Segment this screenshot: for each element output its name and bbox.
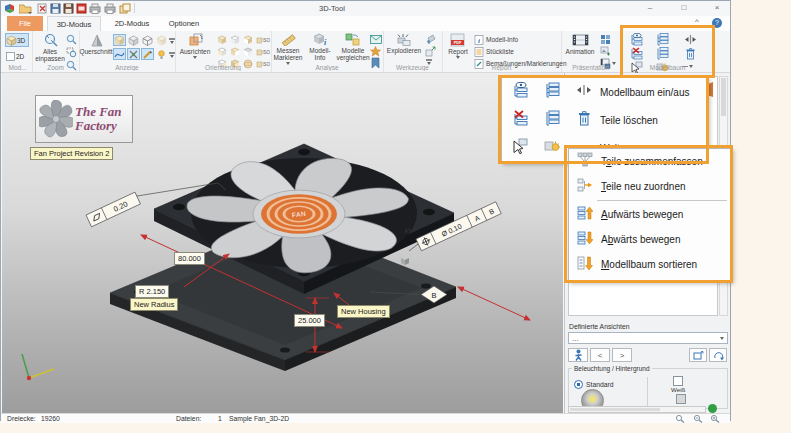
horizontal-scrollbar[interactable]	[568, 406, 706, 413]
tree-delete-icon[interactable]	[630, 47, 643, 59]
image-add-icon[interactable]	[599, 45, 612, 57]
export-pdf-icon[interactable]	[76, 3, 87, 14]
ribbon-group-anzeige: Querschnitt Anzeige	[79, 31, 176, 72]
window-grid-icon[interactable]	[599, 33, 612, 45]
save-all-icon[interactable]	[63, 3, 74, 14]
title-bar[interactable]: 3D-Tool – □ ×	[1, 1, 730, 16]
sort-tree-icon	[577, 255, 593, 275]
highlight-part-icon[interactable]	[544, 138, 560, 158]
restore-view-button[interactable]	[709, 348, 727, 362]
zoom-window-icon[interactable]	[65, 46, 78, 58]
display-transparent-icon[interactable]	[155, 34, 168, 46]
scrollbar-thumb[interactable]	[570, 408, 660, 411]
trash-icon[interactable]	[684, 47, 697, 59]
paint-bucket-icon[interactable]	[424, 33, 437, 45]
open-file-icon[interactable]	[19, 3, 32, 14]
model-info-button[interactable]: i Modell-Info	[305, 33, 335, 61]
tree-collapse-icon[interactable]	[656, 47, 669, 59]
menu-item-delete-parts[interactable]: Teile löschen	[502, 106, 707, 134]
cross-section-button[interactable]: Querschnitt	[81, 33, 111, 55]
tree-delete-icon[interactable]	[512, 110, 528, 130]
viewport-3d[interactable]: FAN 0.20 4x	[2, 73, 563, 413]
tab-3d-modus[interactable]: 3D-Modus	[47, 16, 101, 31]
animation-button[interactable]: Animation	[564, 33, 596, 55]
save-view-button[interactable]	[689, 348, 707, 362]
standard-radio[interactable]: Standard	[574, 380, 614, 389]
menu-separator	[597, 200, 727, 201]
report-button[interactable]: PDF Report	[445, 33, 471, 59]
tree-collapse-icon[interactable]	[544, 110, 560, 130]
zoom-in-icon[interactable]	[65, 33, 78, 45]
view-cube-icon[interactable]	[215, 46, 228, 58]
menu-item-sort-tree[interactable]: Modellbaum sortieren	[569, 252, 731, 277]
markup-pen-icon[interactable]	[141, 48, 154, 60]
svg-text:B: B	[431, 291, 436, 300]
save-icon[interactable]	[50, 3, 61, 14]
display-shaded-icon[interactable]	[113, 34, 126, 46]
copy-view-icon[interactable]	[119, 3, 131, 14]
help-button[interactable]: ?	[712, 18, 722, 28]
default-view-button[interactable]	[568, 348, 588, 362]
iso-view-button[interactable]: ISO	[256, 46, 270, 58]
cube-3d-icon	[6, 35, 17, 46]
light-display-icon[interactable]	[155, 48, 168, 60]
zoom-out-status-icon[interactable]	[693, 414, 703, 423]
view-cube-icon[interactable]	[228, 34, 241, 46]
fit-all-button[interactable]: Alles einpassen	[34, 33, 66, 62]
menu-item-move-down[interactable]: Abwärts bewegen	[569, 227, 731, 252]
view-cube-icon[interactable]	[241, 46, 254, 58]
close-file-icon[interactable]	[37, 3, 48, 14]
print-icon[interactable]	[89, 3, 101, 14]
axes-display-icon[interactable]	[127, 48, 140, 60]
zoom-in-status-icon[interactable]	[710, 414, 720, 423]
view-cube-icon[interactable]	[215, 34, 228, 46]
explode-button[interactable]: Explodieren	[386, 33, 422, 54]
mode-2d-button[interactable]: 2D	[5, 49, 29, 63]
scrollbar-thumb[interactable]	[721, 78, 726, 116]
align-button[interactable]: Ausrichten	[177, 33, 213, 59]
ribbon-group-orientierung: Ausrichten ISO ISO ISO Orientierung	[175, 31, 272, 72]
defined-views-dropdown[interactable]: ...	[568, 332, 728, 344]
report-parts-list-item[interactable]: Stückliste	[474, 46, 514, 57]
menu-item-tree-toggle[interactable]: Modellbaum ein/aus	[502, 78, 707, 106]
display-edges-icon[interactable]	[127, 34, 140, 46]
view-cube-icon[interactable]	[241, 34, 254, 46]
pick-part-icon[interactable]	[512, 138, 528, 158]
zoom-pen-icon[interactable]	[675, 414, 685, 423]
prev-view-button[interactable]: <	[590, 348, 610, 362]
menu-item-reassign-parts[interactable]: Teile neu zuordnen	[569, 174, 731, 199]
print-preview-icon[interactable]	[104, 3, 116, 14]
stamp-icon[interactable]	[369, 45, 382, 57]
tree-visibility-icon[interactable]	[630, 33, 643, 45]
app-logo-icon	[4, 3, 15, 14]
minimize-button[interactable]: –	[639, 1, 661, 15]
mode-3d-button[interactable]: 3D	[5, 33, 29, 47]
maximize-button[interactable]: □	[673, 1, 695, 15]
report-model-info-item[interactable]: i Modell-Info	[474, 34, 518, 45]
tree-expand-icon[interactable]	[544, 82, 560, 102]
radius-note-label: New Radius	[130, 298, 178, 311]
tab-2d-modus[interactable]: 2D-Modus	[105, 16, 159, 31]
spline-display-icon[interactable]	[113, 48, 126, 60]
tree-expand-icon[interactable]	[656, 33, 669, 45]
tab-file[interactable]: File	[7, 16, 43, 31]
display-wireframe-icon[interactable]	[141, 34, 154, 46]
next-view-button[interactable]: >	[612, 348, 632, 362]
compare-models-button[interactable]: Modelle vergleichen	[336, 33, 370, 61]
envelope-icon[interactable]	[369, 33, 382, 45]
menu-item-move-up[interactable]: Aufwärts bewegen	[569, 202, 731, 227]
close-button[interactable]: ×	[706, 1, 728, 15]
iso-view-button[interactable]: ISO	[256, 34, 270, 46]
transform-icon[interactable]	[424, 45, 437, 57]
explode-icon	[396, 33, 413, 46]
background-white-checkbox[interactable]: Weiß	[671, 376, 685, 393]
tree-toggle-icon[interactable]	[684, 33, 697, 45]
app-window: 3D-Tool – □ × File 3D-Modus 2D-Modus Opt…	[0, 0, 731, 421]
view-cube-icon[interactable]	[228, 46, 241, 58]
measure-mark-button[interactable]: Messen Markieren	[272, 33, 304, 65]
tab-optionen[interactable]: Optionen	[161, 16, 207, 31]
ribbon-group-zoom: Alles einpassen Zoom	[32, 31, 80, 72]
menu-item-merge-parts[interactable]: Teile zusammenfassen	[569, 149, 731, 174]
tree-visibility-icon[interactable]	[512, 82, 528, 102]
collapse-ribbon-button[interactable]: ^	[695, 17, 699, 26]
